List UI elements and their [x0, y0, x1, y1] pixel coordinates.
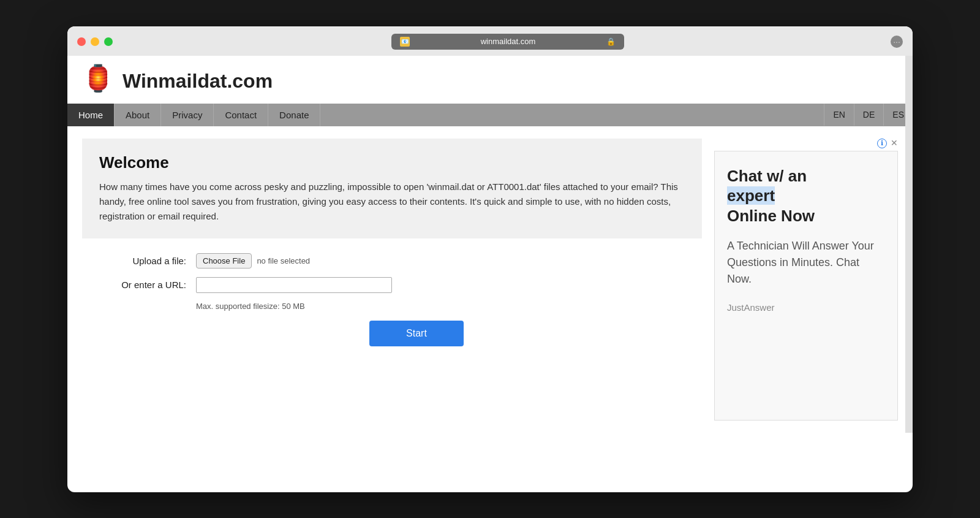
ad-brand: JustAnswer	[727, 302, 885, 313]
ad-panel: ℹ ✕ Chat w/ an expert Online Now A Techn…	[714, 139, 898, 421]
welcome-section: Welcome How many times have you come acr…	[82, 139, 702, 238]
ad-headline: Chat w/ an expert Online Now	[727, 166, 885, 226]
ad-subtext: A Technician Will Answer Your Questions …	[727, 238, 885, 288]
nav-item-about[interactable]: About	[115, 104, 161, 126]
address-bar[interactable]: 📧 winmaildat.com 🔒	[391, 34, 624, 50]
file-upload-row: Upload a file: Choose File no file selec…	[88, 253, 696, 269]
lang-en-button[interactable]: EN	[824, 104, 853, 126]
url-input-row: Or enter a URL:	[88, 277, 696, 293]
welcome-title: Welcome	[99, 153, 685, 172]
ad-card: Chat w/ an expert Online Now A Technicia…	[714, 151, 898, 421]
browser-menu-button[interactable]: ···	[891, 36, 903, 48]
site-header: 🏮 Winmaildat.com	[67, 56, 913, 97]
nav-item-contact[interactable]: Contact	[214, 104, 268, 126]
scrollbar[interactable]	[905, 56, 913, 433]
site-favicon-icon: 📧	[400, 37, 410, 47]
ellipsis-icon: ···	[893, 37, 900, 47]
url-label: Or enter a URL:	[88, 280, 186, 290]
language-selector: EN DE ES	[824, 104, 913, 126]
logo-icon: 🏮	[82, 64, 114, 93]
lang-de-button[interactable]: DE	[854, 104, 883, 126]
ad-headline-highlight: expert	[727, 186, 775, 205]
welcome-body: How many times have you come across pesk…	[99, 180, 685, 224]
start-button[interactable]: Start	[369, 321, 464, 346]
nav-item-donate[interactable]: Donate	[268, 104, 320, 126]
no-file-selected-text: no file selected	[257, 256, 310, 265]
upload-label: Upload a file:	[88, 256, 186, 266]
main-content: Welcome How many times have you come acr…	[82, 139, 702, 421]
upload-form: Upload a file: Choose File no file selec…	[82, 253, 702, 346]
choose-file-button[interactable]: Choose File	[196, 253, 252, 269]
nav-item-privacy[interactable]: Privacy	[161, 104, 214, 126]
navigation-bar: Home About Privacy Contact Donate	[67, 104, 913, 126]
site-logo: 🏮	[82, 66, 114, 97]
maximize-button[interactable]	[104, 37, 113, 46]
site-title: Winmaildat.com	[123, 70, 273, 93]
url-input[interactable]	[196, 277, 392, 293]
minimize-button[interactable]	[91, 37, 99, 46]
close-button[interactable]	[77, 37, 86, 46]
ad-info-button[interactable]: ℹ	[877, 139, 887, 148]
lock-icon: 🔒	[606, 37, 616, 46]
ad-close-button[interactable]: ✕	[891, 139, 898, 148]
nav-item-home[interactable]: Home	[67, 104, 115, 126]
filesize-note: Max. supported filesize: 50 MB	[196, 302, 696, 311]
ad-headline-part1: Chat w/ an	[727, 167, 807, 185]
ad-headline-part2: Online Now	[727, 207, 815, 225]
traffic-lights	[77, 37, 113, 46]
address-text: winmaildat.com	[415, 37, 601, 46]
